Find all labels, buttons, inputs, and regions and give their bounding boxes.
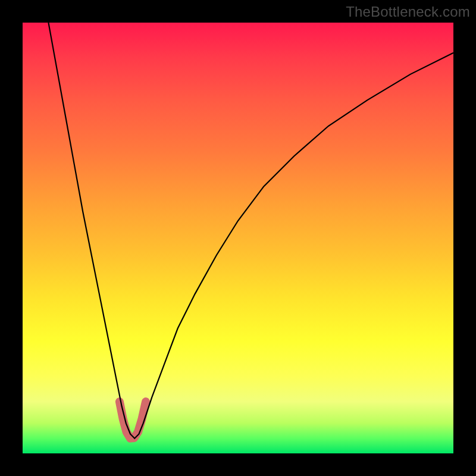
bottleneck-curve <box>48 23 453 439</box>
chart-frame: TheBottleneck.com <box>0 0 476 476</box>
plot-area <box>23 23 453 453</box>
chart-svg <box>23 23 453 453</box>
watermark-text: TheBottleneck.com <box>346 4 470 20</box>
valley-highlight <box>120 402 146 439</box>
